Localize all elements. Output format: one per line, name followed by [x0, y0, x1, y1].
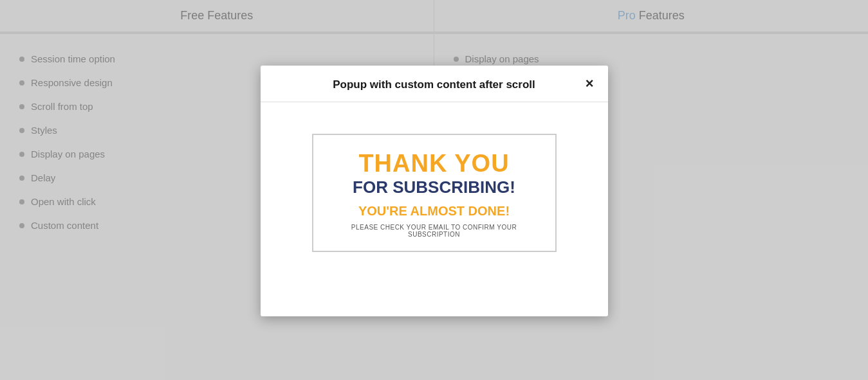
modal-body: THANK YOU FOR SUBSCRIBING! YOU'RE ALMOST… — [261, 102, 608, 284]
modal-header: Popup with custom content after scroll × — [261, 66, 608, 102]
modal-close-button[interactable]: × — [582, 74, 598, 93]
thankyou-line2: FOR SUBSCRIBING! — [333, 177, 536, 197]
thankyou-card: THANK YOU FOR SUBSCRIBING! YOU'RE ALMOST… — [312, 134, 557, 252]
thankyou-line4: PLEASE CHECK YOUR EMAIL TO CONFIRM YOUR … — [333, 224, 536, 238]
modal-dialog: Popup with custom content after scroll ×… — [261, 66, 608, 316]
modal-footer — [261, 284, 608, 316]
modal-overlay: Popup with custom content after scroll ×… — [0, 0, 868, 380]
thankyou-line1: THANK YOU — [333, 150, 536, 177]
thankyou-line3: YOU'RE ALMOST DONE! — [333, 204, 536, 219]
modal-title: Popup with custom content after scroll — [333, 78, 535, 91]
page-wrapper: Free Features Pro Features Session time … — [0, 0, 868, 380]
